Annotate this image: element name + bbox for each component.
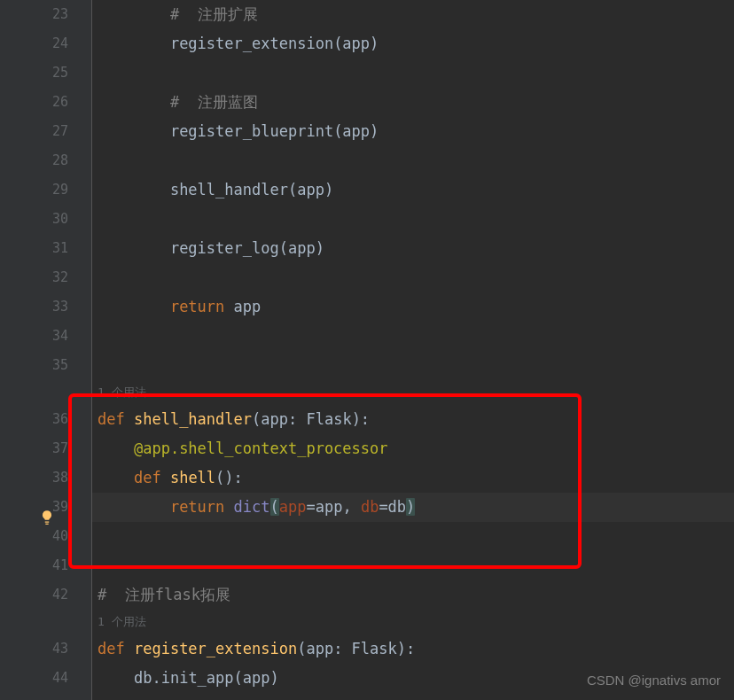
line-number[interactable]: 33 xyxy=(21,292,68,322)
code-line[interactable] xyxy=(92,58,734,88)
comment: # 注册蓝图 xyxy=(170,93,258,111)
code-line[interactable]: def register_extension(app: Flask): xyxy=(92,634,734,664)
line-number[interactable]: 28 xyxy=(21,146,68,175)
code-content[interactable]: # 注册扩展 register_extension(app) # 注册蓝图 re… xyxy=(92,0,734,700)
code-line[interactable]: register_extension(app) xyxy=(92,29,734,58)
line-number[interactable]: 40 xyxy=(21,522,68,551)
decorator: @app.shell_context_processor xyxy=(134,439,388,457)
comment: # 注册扩展 xyxy=(170,5,258,23)
function-call: shell_handler xyxy=(170,181,288,198)
lightbulb-icon[interactable] xyxy=(39,509,55,525)
line-number[interactable]: 34 xyxy=(21,322,68,351)
usage-hint[interactable]: 1 个用法 xyxy=(92,610,734,634)
code-line[interactable] xyxy=(92,522,734,551)
keyword-def: def xyxy=(134,469,170,486)
line-number[interactable]: 27 xyxy=(21,117,68,146)
line-number[interactable]: 29 xyxy=(21,175,68,205)
keyword-return: return xyxy=(170,298,224,315)
code-line[interactable] xyxy=(92,551,734,580)
keyword-def: def xyxy=(98,410,134,428)
code-line[interactable]: # 注册蓝图 xyxy=(92,88,734,117)
builtin-dict: dict xyxy=(234,498,270,516)
line-number-gutter[interactable]: 23 24 25 26 27 28 29 30 31 32 33 34 35 3… xyxy=(21,0,79,700)
line-number[interactable]: 41 xyxy=(21,551,68,580)
code-line[interactable] xyxy=(92,322,734,351)
function-name: shell xyxy=(170,469,215,486)
line-number[interactable]: 26 xyxy=(21,88,68,117)
code-line[interactable]: register_log(app) xyxy=(92,234,734,263)
line-number[interactable]: 25 xyxy=(21,58,68,88)
code-line[interactable]: # 注册扩展 xyxy=(92,0,734,29)
function-call: register_extension xyxy=(170,35,333,52)
keyword-def: def xyxy=(98,640,134,657)
code-line[interactable]: def shell_handler(app: Flask): xyxy=(92,405,734,434)
code-line[interactable] xyxy=(92,351,734,380)
line-number[interactable]: 35 xyxy=(21,351,68,380)
code-line[interactable]: return app xyxy=(92,292,734,322)
line-number[interactable]: 43 xyxy=(21,634,68,664)
code-line[interactable]: @app.shell_context_processor xyxy=(92,434,734,463)
line-number[interactable]: 44 xyxy=(21,664,68,693)
code-line[interactable]: register_blueprint(app) xyxy=(92,117,734,146)
line-number[interactable]: 30 xyxy=(21,205,68,234)
method-call: init_app xyxy=(161,669,234,687)
keyword-return: return xyxy=(170,498,234,516)
code-line[interactable] xyxy=(92,205,734,234)
line-number[interactable]: 37 xyxy=(21,434,68,463)
line-number xyxy=(21,610,68,634)
function-call: register_blueprint xyxy=(170,122,333,140)
line-number[interactable]: 32 xyxy=(21,263,68,292)
bracket-close: ) xyxy=(406,498,415,516)
line-number[interactable]: 24 xyxy=(21,29,68,58)
line-number[interactable]: 42 xyxy=(21,580,68,610)
line-number[interactable]: 23 xyxy=(21,0,68,29)
code-line[interactable]: # 注册flask拓展 xyxy=(92,580,734,610)
gutter-separator xyxy=(79,0,92,700)
usage-hint[interactable]: 1 个用法 xyxy=(92,380,734,405)
line-number[interactable]: 38 xyxy=(21,463,68,493)
watermark-text: CSDN @ignativs amor xyxy=(587,673,721,688)
code-line[interactable]: shell_handler(app) xyxy=(92,175,734,205)
line-number[interactable]: 31 xyxy=(21,234,68,263)
code-line[interactable]: def shell(): xyxy=(92,463,734,493)
line-number[interactable]: 36 xyxy=(21,405,68,434)
line-number xyxy=(21,380,68,405)
function-name: shell_handler xyxy=(134,410,252,428)
code-editor: 23 24 25 26 27 28 29 30 31 32 33 34 35 3… xyxy=(0,0,734,700)
comment: # 注册flask拓展 xyxy=(98,586,230,603)
function-call: register_log xyxy=(170,239,279,257)
bracket-open: ( xyxy=(270,498,279,516)
editor-left-margin xyxy=(0,0,21,700)
code-line-active[interactable]: return dict(app=app, db=db) xyxy=(92,493,734,522)
function-name: register_extension xyxy=(134,640,297,657)
code-line[interactable] xyxy=(92,263,734,292)
code-line[interactable] xyxy=(92,146,734,175)
